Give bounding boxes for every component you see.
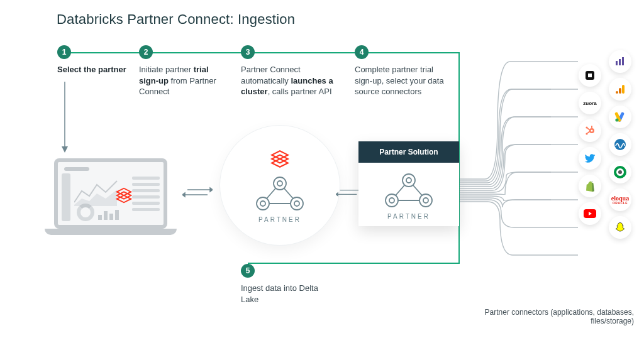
connector-hubspot-icon — [579, 119, 601, 142]
connector-snapchat-icon — [609, 216, 631, 239]
svg-point-50 — [618, 170, 622, 174]
svg-point-47 — [615, 118, 618, 121]
bidirectional-arrow-icon — [336, 186, 361, 199]
dashboard-bars-icon — [98, 210, 119, 220]
laptop-screen — [54, 158, 167, 229]
step2-pre: Initiate partner — [139, 65, 194, 74]
step-text-4: Complete partner trial sign-up, select y… — [355, 64, 449, 97]
svg-point-31 — [591, 129, 592, 131]
svg-point-9 — [260, 201, 265, 206]
svg-point-23 — [419, 194, 432, 207]
step-badge-4: 4 — [355, 45, 369, 59]
fanout-wires — [460, 50, 579, 308]
connector-qlik-icon — [609, 161, 631, 183]
step-text-1: Select the partner — [57, 64, 126, 75]
partner-solution-header: Partner Solution — [358, 141, 459, 163]
flow-line-bottom — [248, 263, 460, 264]
connector-zuora-icon: zuora — [579, 92, 601, 114]
svg-rect-40 — [619, 59, 621, 65]
svg-marker-3 — [210, 188, 213, 192]
svg-line-36 — [587, 131, 590, 133]
connector-eloqua-icon: eloquaORACLE — [609, 188, 631, 211]
svg-point-21 — [386, 194, 398, 207]
connector-twitter-icon — [579, 147, 601, 170]
connector-google-analytics-icon — [609, 78, 631, 101]
svg-line-13 — [284, 188, 293, 199]
svg-rect-42 — [622, 85, 625, 94]
step-text-3: Partner Connect automatically launches a… — [241, 64, 338, 97]
svg-point-6 — [274, 177, 286, 190]
svg-rect-43 — [619, 88, 621, 94]
svg-point-19 — [402, 174, 415, 187]
connector-amplitude-icon — [609, 133, 631, 156]
svg-line-12 — [267, 188, 275, 199]
connector-chips: zuora eloquaORACLE — [579, 50, 631, 239]
page-title: Databricks Partner Connect: Ingestion — [57, 11, 295, 28]
svg-line-35 — [587, 128, 590, 130]
laptop-icon — [54, 158, 177, 235]
connector-shopify-icon — [579, 175, 601, 197]
step-text-2: Initiate partner trial sign-up from Part… — [139, 64, 224, 97]
diagram-canvas: Databricks Partner Connect: Ingestion 1 … — [0, 0, 644, 338]
svg-marker-1 — [62, 146, 68, 153]
partner-connect-circle: PARTNER — [220, 126, 340, 245]
svg-point-8 — [257, 197, 269, 210]
partner-solution-card: Partner Solution PARTNER — [358, 141, 459, 226]
svg-rect-41 — [622, 57, 624, 65]
connector-google-ads-icon — [609, 106, 631, 128]
partner-label: PARTNER — [258, 216, 301, 223]
step4-pre: Complete partner trial sign-up, select y… — [355, 65, 444, 96]
svg-point-7 — [277, 181, 282, 186]
connector-marketo-icon — [609, 50, 631, 73]
partner-nodes-icon — [252, 175, 308, 212]
bidirectional-arrow-icon — [182, 186, 213, 199]
svg-rect-29 — [588, 74, 592, 77]
svg-point-10 — [291, 197, 303, 210]
svg-point-11 — [294, 201, 299, 206]
connector-square-icon — [579, 64, 601, 87]
databricks-logo-icon — [114, 186, 133, 205]
step-num-5: 5 — [246, 266, 250, 275]
step-num-1: 1 — [62, 48, 67, 57]
connectors-footer-label: Partner connectors (applications, databa… — [477, 308, 634, 325]
svg-line-25 — [396, 185, 404, 195]
svg-rect-34 — [591, 126, 592, 128]
arrow-down-icon — [60, 82, 69, 154]
step-badge-5: 5 — [241, 264, 255, 278]
svg-marker-5 — [182, 193, 185, 197]
svg-marker-18 — [336, 193, 338, 196]
svg-rect-39 — [616, 61, 618, 65]
step5-pre: Ingest data into Delta Lake — [241, 283, 318, 304]
svg-point-22 — [389, 198, 394, 203]
step-num-2: 2 — [144, 48, 148, 57]
step-badge-2: 2 — [139, 45, 153, 59]
svg-line-26 — [413, 185, 422, 195]
step3-post: , calls partner API — [268, 87, 332, 96]
databricks-logo-icon — [269, 148, 291, 170]
partner-nodes-icon — [380, 172, 437, 209]
svg-point-20 — [406, 178, 411, 183]
step-bold-1: Select the partner — [57, 65, 126, 74]
step-badge-1: 1 — [57, 45, 71, 59]
svg-point-24 — [423, 198, 428, 203]
partner-label: PARTNER — [387, 213, 430, 220]
step-badge-3: 3 — [241, 45, 255, 59]
connector-youtube-icon — [579, 202, 601, 225]
flow-line-top — [64, 52, 460, 53]
step-text-5: Ingest data into Delta Lake — [241, 283, 335, 305]
svg-point-44 — [616, 91, 618, 94]
step-num-3: 3 — [246, 48, 250, 57]
dashboard-donut-icon — [77, 204, 94, 221]
step-num-4: 4 — [360, 48, 364, 57]
dashboard-area-chart-icon — [74, 177, 118, 206]
